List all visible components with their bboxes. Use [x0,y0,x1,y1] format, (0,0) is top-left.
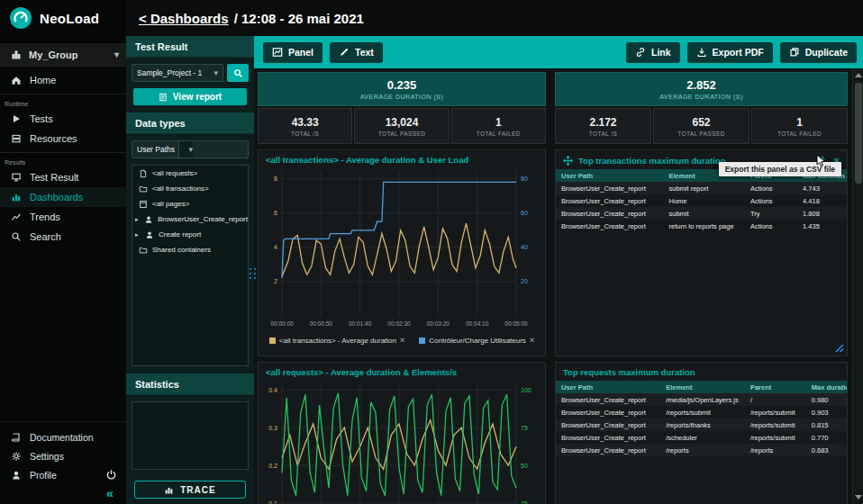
stat-total-failed[interactable]: 1TOTAL FAILED [751,108,848,144]
sidebar-item-resources[interactable]: Resources [0,129,126,148]
remove-series-icon[interactable]: × [530,336,534,345]
svg-text:00:05:00: 00:05:00 [504,320,528,327]
tree-item-all-pages[interactable]: <all pages> [132,196,248,212]
table-row[interactable]: BrowserUser_Create_reportsubmit reportAc… [556,182,847,194]
data-types-section-header: Data types [126,112,254,134]
data-type-select[interactable]: User Paths ▾ [132,140,249,158]
file-icon [139,169,148,178]
sidebar-nav: Home Runtime Tests Resources Results Tes… [0,70,126,247]
panel-title: Top requests maximum duration [556,363,847,377]
scroll-up-icon[interactable] [855,73,862,77]
table-row[interactable]: BrowserUser_Create_report/reports/report… [556,444,847,456]
legend-item[interactable]: <all transactions> - Average duration × [269,336,404,345]
table-row[interactable]: BrowserUser_Create_report/media/js/OpenL… [556,393,847,406]
tree-item-all-requests[interactable]: <all requests> [132,166,248,181]
sidebar-item-settings[interactable]: Settings [0,446,126,465]
tree-item-shared-containers[interactable]: Shared containers [132,242,248,257]
sidebar-item-documentation[interactable]: Documentation [0,428,126,446]
legend-item[interactable]: Contrôleur/Charge Utilisateurs × [419,336,534,345]
svg-text:60: 60 [521,210,528,216]
tree-item-all-transactions[interactable]: <all transactions> [132,181,248,196]
panel-drag-handle[interactable] [250,268,257,292]
power-icon[interactable] [105,469,117,481]
report-icon [159,93,168,102]
svg-text:4: 4 [274,244,277,250]
column-header[interactable]: Element [660,383,745,392]
vertical-scrollbar[interactable] [852,68,863,504]
svg-text:20: 20 [521,278,528,284]
remove-series-icon[interactable]: × [400,336,404,345]
person-icon [11,470,22,481]
group-selector[interactable]: My_Group ▾ [0,43,126,67]
stat-total-s[interactable]: 43.33TOTAL /S [258,108,352,144]
sidebar-item-search[interactable]: Search [0,227,126,247]
column-header[interactable]: User Path [556,172,664,180]
stat-total-failed[interactable]: 1TOTAL FAILED [451,108,546,144]
expander-icon[interactable]: ▸ [135,216,140,223]
stat-total-s[interactable]: 2.172TOTAL /S [555,108,651,144]
export-pdf-button[interactable]: Export PDF [687,42,773,63]
search-icon [11,231,22,242]
home-icon [11,75,22,86]
collapse-sidebar-icon[interactable]: « [106,488,114,499]
avg-duration-stat-right[interactable]: 2.852 AVERAGE DURATION (S) [555,72,848,106]
requests-chart-panel[interactable]: <all requests> - Average duration & Elem… [258,362,546,504]
duplicate-button[interactable]: Duplicate [780,42,857,63]
requests-chart[interactable]: 00:00:0000:00:5000:01:4000:02:3000:03:20… [259,377,543,504]
scrollbar-thumb[interactable] [855,83,862,184]
stat-total-passed[interactable]: 13,024TOTAL PASSED [354,108,449,144]
top-requests-panel[interactable]: Top requests maximum duration User PathE… [555,362,848,504]
tree-item-create-report[interactable]: ▸ Create report [132,227,248,242]
stat-cells-left: 43.33TOTAL /S 13,024TOTAL PASSED 1TOTAL … [258,108,546,144]
sidebar-item-test-result[interactable]: Test Result [0,167,126,187]
table-row[interactable]: BrowserUser_Create_reportHomeActions4.41… [556,194,847,207]
move-panel-icon[interactable] [563,156,573,166]
transactions-chart[interactable]: 00:00:0000:00:5000:01:4000:02:3000:03:20… [259,165,543,332]
chart-legend: <all transactions> - Average duration × … [259,332,545,348]
link-button[interactable]: Link [626,42,680,63]
stat-total-passed[interactable]: 652TOTAL PASSED [653,108,749,144]
table-cell: 0.903 [806,409,847,417]
sidebar-item-trends[interactable]: Trends [0,207,126,227]
dashboards-back-link[interactable]: < Dashboards [139,11,229,26]
download-icon [696,47,707,58]
sidebar-item-dashboards[interactable]: Dashboards [0,187,126,207]
page-header: < Dashboards / 12:08 - 26 mai 2021 [126,0,863,36]
copy-icon [789,47,800,58]
avg-duration-stat-left[interactable]: 0.235 AVERAGE DURATION (S) [258,72,546,106]
expander-icon[interactable]: ▸ [135,231,141,238]
result-explorer: Test Result Sample_Project - 1 ▾ View re… [126,36,254,504]
table-row[interactable]: BrowserUser_Create_report/reports/thanks… [556,418,847,431]
column-header[interactable]: Parent [745,383,806,392]
column-header[interactable]: Max duration (s) [806,383,847,392]
sidebar-item-tests[interactable]: Tests [0,109,126,129]
chevron-down-icon: ▾ [114,50,119,59]
table-row[interactable]: BrowserUser_Create_report/scheduler/repo… [556,431,847,444]
add-text-button[interactable]: Text [330,42,383,63]
neoload-logo-icon [9,6,32,30]
table-row[interactable]: BrowserUser_Create_report/reports/submit… [556,406,847,418]
table-cell: 4.418 [797,197,847,205]
table-cell: BrowserUser_Create_report [556,409,660,417]
table-cell: / [745,396,806,404]
scroll-down-icon[interactable] [855,495,862,500]
table-cell: /reports [660,446,745,454]
project-select[interactable]: Sample_Project - 1 ▾ [132,64,223,82]
top-transactions-panel[interactable]: Top transactions maximum duration × User… [555,149,848,356]
add-panel-button[interactable]: Panel [263,42,322,63]
sidebar-item-profile[interactable]: Profile [0,465,126,484]
column-header[interactable]: User Path [556,383,660,392]
view-report-button[interactable]: View report [133,88,247,105]
search-result-button[interactable] [227,64,249,82]
table-row[interactable]: BrowserUser_Create_reportreturn to repor… [556,220,847,232]
statistics-box [132,401,249,470]
transactions-chart-panel[interactable]: <all transactions> - Average duration & … [258,149,546,356]
tree-item-browseruser-create-report[interactable]: ▸ BrowserUser_Create_report [132,212,248,227]
table-cell: Actions [745,222,797,230]
trace-button[interactable]: TRACE [134,481,246,499]
statistics-section-header: Statistics [126,374,254,395]
sidebar-item-home[interactable]: Home [0,70,126,90]
resize-handle-icon[interactable] [834,343,844,353]
table-cell: 0.770 [806,434,847,442]
table-row[interactable]: BrowserUser_Create_reportsubmitTry1.808 [556,207,847,220]
